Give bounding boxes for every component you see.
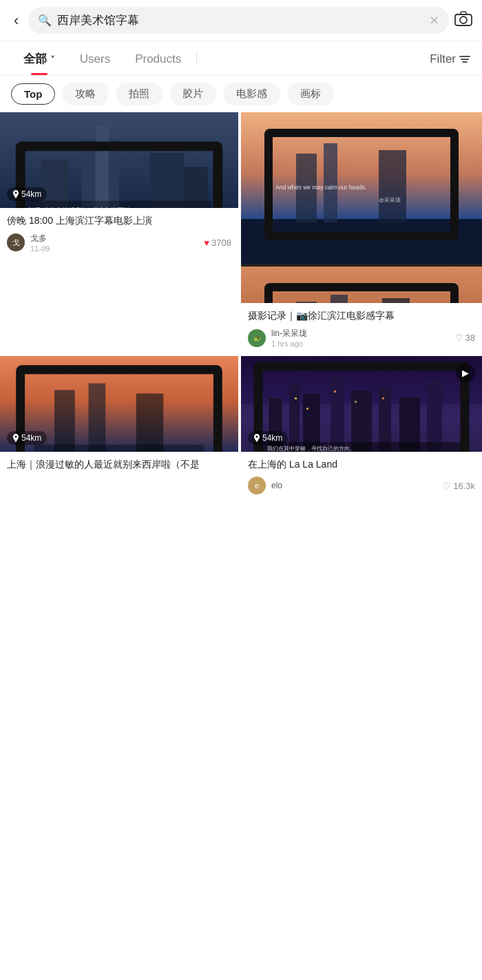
post-time: 11-09 bbox=[30, 244, 50, 253]
item-meta: 🐢 lin-呆呆珑 1 hrs ago ♡ 38 bbox=[248, 328, 475, 348]
avatar: 🐢 bbox=[248, 329, 266, 347]
svg-rect-45 bbox=[34, 445, 204, 452]
category-row: Top攻略拍照胶片电影感画标 bbox=[0, 76, 482, 112]
author-name: lin-呆呆珑 bbox=[271, 328, 307, 340]
category-pill-guide[interactable]: 攻略 bbox=[62, 83, 109, 105]
svg-rect-43 bbox=[89, 384, 106, 452]
back-button[interactable]: ‹ bbox=[10, 9, 23, 32]
like-count[interactable]: ♡ 38 bbox=[455, 333, 475, 343]
svg-rect-23 bbox=[379, 150, 406, 222]
svg-rect-52 bbox=[331, 377, 344, 452]
tab-all[interactable]: 全部 ˅ bbox=[11, 41, 67, 75]
svg-text:都是对未来的投影，对过去的回响。: 都是对未来的投影，对过去的回响。 bbox=[28, 207, 138, 207]
svg-text:我们在其中穿梭，寻找自己的方向。: 我们在其中穿梭，寻找自己的方向。 bbox=[267, 446, 355, 452]
svg-rect-28 bbox=[296, 302, 317, 303]
svg-rect-11 bbox=[149, 153, 183, 207]
item-info: 在上海的 La La Land e elo ♡ 16.3k bbox=[241, 452, 482, 497]
svg-rect-22 bbox=[324, 143, 337, 222]
search-input-wrap[interactable]: 🔍 西岸美术馆字幕 ✕ bbox=[28, 7, 449, 34]
item-title: 上海｜浪漫过敏的人最近就别来西岸啦（不是 bbox=[7, 457, 231, 471]
filter-tabs: 全部 ˅ Users Products Filter bbox=[0, 41, 482, 76]
grid-item-item-1[interactable]: 都是对未来的投影，对过去的回响。 Is a projection into th… bbox=[0, 112, 241, 356]
svg-rect-57 bbox=[295, 397, 297, 399]
like-number: 38 bbox=[465, 333, 475, 343]
category-pill-film[interactable]: 胶片 bbox=[169, 83, 216, 105]
clear-button[interactable]: ✕ bbox=[429, 13, 439, 28]
author-name: elo bbox=[271, 481, 282, 490]
category-pill-painting[interactable]: 画标 bbox=[287, 83, 334, 105]
dropdown-arrow-icon: ˅ bbox=[50, 54, 55, 65]
item-image: 都是对未来的投影，对过去的回响。 Is a projection into th… bbox=[0, 112, 238, 208]
svg-rect-2 bbox=[461, 12, 466, 14]
search-bar: ‹ 🔍 西岸美术馆字幕 ✕ bbox=[0, 0, 482, 41]
search-query-text: 西岸美术馆字幕 bbox=[57, 12, 423, 28]
tab-users[interactable]: Users bbox=[67, 43, 123, 74]
item-meta: e elo ♡ 16.3k bbox=[248, 477, 475, 494]
svg-point-1 bbox=[460, 17, 467, 23]
item-title: 傍晚 18:00 上海滨江字幕电影上演 bbox=[7, 213, 231, 227]
item-title: 摄影记录｜📷徐汇滨江电影感字幕 bbox=[248, 309, 475, 322]
location-badge: 54km bbox=[7, 187, 47, 201]
like-icon: ♡ bbox=[455, 333, 463, 343]
like-icon: ♡ bbox=[443, 481, 451, 491]
content-grid: 都是对未来的投影，对过去的回响。 Is a projection into th… bbox=[0, 112, 482, 503]
svg-rect-61 bbox=[382, 397, 384, 399]
svg-rect-60 bbox=[355, 401, 357, 403]
avatar: e bbox=[248, 477, 266, 494]
category-pill-cinematic[interactable]: 电影感 bbox=[223, 83, 280, 105]
svg-rect-50 bbox=[289, 384, 300, 452]
svg-rect-59 bbox=[334, 390, 336, 393]
svg-rect-29 bbox=[331, 295, 348, 303]
author-info: elo bbox=[271, 481, 282, 490]
item-info: 摄影记录｜📷徐汇滨江电影感字幕 🐢 lin-呆呆珑 1 hrs ago ♡ 38 bbox=[241, 303, 482, 351]
item-info: 上海｜浪漫过敏的人最近就别来西岸啦（不是 bbox=[0, 452, 238, 479]
grid-item-item-3[interactable]: If you want to say ready is a movie. 54k… bbox=[0, 356, 241, 503]
like-count[interactable]: ♥ 3708 bbox=[204, 238, 231, 248]
like-count[interactable]: ♡ 16.3k bbox=[443, 481, 475, 491]
author-info: 戈多 11-09 bbox=[30, 233, 50, 253]
author-name: 戈多 bbox=[30, 233, 50, 244]
item-info: 傍晚 18:00 上海滨江字幕电影上演 戈 戈多 11-09 ♥ 3708 bbox=[0, 208, 238, 256]
svg-text:And when we may calm our heads: And when we may calm our heads. bbox=[275, 184, 366, 191]
grid-item-item-4[interactable]: 我们在其中穿梭，寻找自己的方向。 We explore it, searchin… bbox=[241, 356, 482, 503]
svg-text:@呆呆珑: @呆呆珑 bbox=[379, 197, 401, 203]
item-meta: 戈 戈多 11-09 ♥ 3708 bbox=[7, 233, 231, 253]
category-pill-top[interactable]: Top bbox=[11, 83, 55, 105]
svg-rect-42 bbox=[54, 390, 75, 452]
category-pill-photo[interactable]: 拍照 bbox=[116, 83, 163, 105]
item-title: 在上海的 La La Land bbox=[248, 457, 475, 471]
avatar: 戈 bbox=[7, 233, 25, 251]
grid-item-item-2[interactable]: And when we may calm our heads. @呆呆珑 We … bbox=[241, 112, 482, 356]
location-badge: 54km bbox=[7, 431, 47, 445]
svg-rect-19 bbox=[241, 219, 482, 264]
post-time: 1 hrs ago bbox=[271, 340, 307, 348]
like-number: 3708 bbox=[211, 238, 231, 248]
item-image: 我们在其中穿梭，寻找自己的方向。 We explore it, searchin… bbox=[241, 356, 482, 452]
tab-divider bbox=[196, 52, 197, 65]
tab-products[interactable]: Products bbox=[123, 43, 193, 74]
svg-rect-10 bbox=[41, 160, 68, 207]
filter-icon bbox=[459, 53, 471, 65]
camera-button[interactable] bbox=[454, 11, 472, 30]
author-info: lin-呆呆珑 1 hrs ago bbox=[271, 328, 307, 348]
svg-rect-54 bbox=[379, 387, 391, 452]
like-number: 16.3k bbox=[453, 481, 475, 491]
svg-rect-9 bbox=[95, 126, 109, 208]
filter-button[interactable]: Filter bbox=[424, 43, 471, 74]
search-icon: 🔍 bbox=[38, 14, 52, 27]
item-image: If you want to say ready is a movie. 54k… bbox=[0, 356, 238, 452]
item-image: And when we may calm our heads. @呆呆珑 We … bbox=[241, 112, 482, 303]
like-icon: ♥ bbox=[204, 238, 209, 248]
svg-rect-44 bbox=[136, 394, 164, 452]
svg-rect-30 bbox=[382, 298, 410, 303]
svg-rect-56 bbox=[427, 380, 442, 452]
location-badge: 54km bbox=[248, 431, 288, 445]
svg-rect-58 bbox=[306, 408, 308, 410]
